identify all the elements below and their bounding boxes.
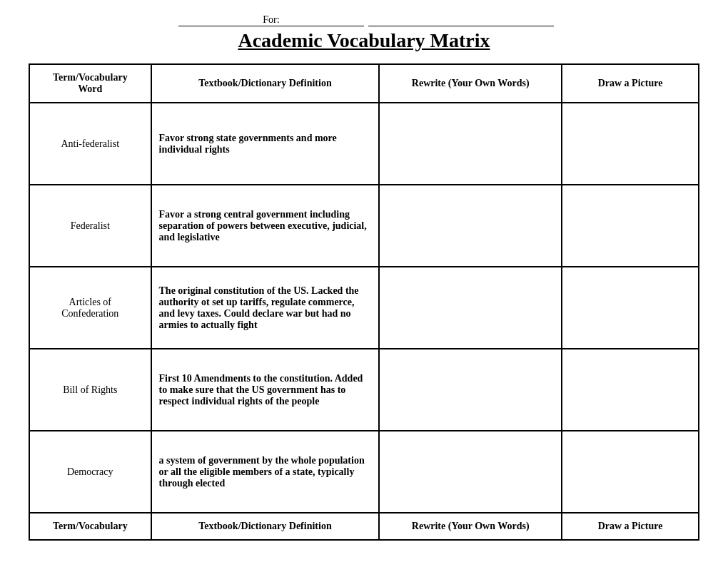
table-row: Anti-federalist Favor strong state gover… xyxy=(29,103,699,185)
footer-term: Term/Vocabulary xyxy=(29,513,151,540)
col-rewrite-header: Rewrite (Your Own Words) xyxy=(379,64,562,103)
rewrite-cell-1 xyxy=(379,185,562,267)
col-definition-header: Textbook/Dictionary Definition xyxy=(151,64,380,103)
definition-text-1: Favor a strong central government includ… xyxy=(159,209,367,242)
definition-text-3: First 10 Amendments to the constitution.… xyxy=(159,373,363,407)
footer-rewrite-label: Rewrite (Your Own Words) xyxy=(412,521,530,531)
for-line: For: xyxy=(29,14,699,26)
definition-cell-2: The original constitution of the US. Lac… xyxy=(151,267,380,349)
rewrite-header-label: Rewrite (Your Own Words) xyxy=(412,78,530,88)
rewrite-cell-0 xyxy=(379,103,562,185)
picture-cell-1 xyxy=(562,185,699,267)
picture-cell-0 xyxy=(562,103,699,185)
picture-header-label: Draw a Picture xyxy=(598,78,663,88)
picture-cell-2 xyxy=(562,267,699,349)
definition-cell-0: Favor strong state governments and more … xyxy=(151,103,380,185)
term-cell-4: Democracy xyxy=(29,431,151,513)
footer-row: Term/Vocabulary Textbook/Dictionary Defi… xyxy=(29,513,699,540)
definition-cell-3: First 10 Amendments to the constitution.… xyxy=(151,349,380,431)
header-row: Term/VocabularyWord Textbook/Dictionary … xyxy=(29,64,699,103)
rewrite-cell-3 xyxy=(379,349,562,431)
rewrite-cell-2 xyxy=(379,267,562,349)
footer-picture-label: Draw a Picture xyxy=(598,521,663,531)
definition-text-0: Favor strong state governments and more … xyxy=(159,133,337,155)
for-label: For: xyxy=(178,14,364,26)
picture-cell-3 xyxy=(562,349,699,431)
definition-cell-4: a system of government by the whole popu… xyxy=(151,431,380,513)
table-row: Democracy a system of government by the … xyxy=(29,431,699,513)
col-picture-header: Draw a Picture xyxy=(562,64,699,103)
footer-rewrite: Rewrite (Your Own Words) xyxy=(379,513,562,540)
definition-cell-1: Favor a strong central government includ… xyxy=(151,185,380,267)
term-cell-0: Anti-federalist xyxy=(29,103,151,185)
footer-picture: Draw a Picture xyxy=(562,513,699,540)
table-row: Bill of Rights First 10 Amendments to th… xyxy=(29,349,699,431)
header: For: Academic Vocabulary Matrix xyxy=(29,14,699,52)
rewrite-cell-4 xyxy=(379,431,562,513)
page-title: Academic Vocabulary Matrix xyxy=(29,29,699,52)
picture-cell-4 xyxy=(562,431,699,513)
footer-definition: Textbook/Dictionary Definition xyxy=(151,513,380,540)
definition-text-4: a system of government by the whole popu… xyxy=(159,455,365,489)
term-cell-1: Federalist xyxy=(29,185,151,267)
term-cell-2: Articles ofConfederation xyxy=(29,267,151,349)
definition-text-2: The original constitution of the US. Lac… xyxy=(159,285,359,330)
table-row: Articles ofConfederation The original co… xyxy=(29,267,699,349)
term-cell-3: Bill of Rights xyxy=(29,349,151,431)
footer-definition-label: Textbook/Dictionary Definition xyxy=(198,521,332,531)
footer-term-label: Term/Vocabulary xyxy=(53,521,128,531)
vocab-table: Term/VocabularyWord Textbook/Dictionary … xyxy=(29,63,699,541)
definition-header-label: Textbook/Dictionary Definition xyxy=(198,78,332,88)
table-row: Federalist Favor a strong central govern… xyxy=(29,185,699,267)
for-blank xyxy=(368,14,554,26)
col-term-header: Term/VocabularyWord xyxy=(29,64,151,103)
